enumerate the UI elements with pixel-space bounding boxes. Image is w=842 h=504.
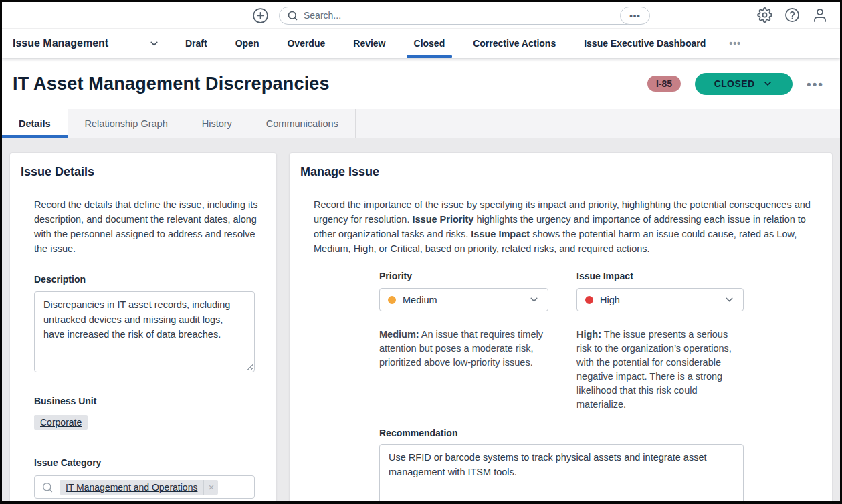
issue-impact-label: Issue Impact (576, 271, 744, 281)
record-tabs: Details Relationship Graph History Commu… (2, 109, 840, 138)
recommendation-textarea[interactable]: Use RFID or barcode systems to track phy… (379, 444, 744, 504)
recommendation-label: Recommendation (379, 428, 832, 438)
card-title: Manage Issue (300, 165, 832, 179)
remove-tag-icon[interactable]: × (203, 480, 218, 495)
app-navbar: Issue Management Draft Open Overdue Revi… (2, 29, 840, 58)
search-options-button[interactable]: ••• (620, 7, 650, 25)
search-input[interactable] (304, 10, 613, 21)
impact-help-text: High: The issue presents a serious risk … (576, 328, 744, 412)
priority-medium-dot-icon (388, 296, 396, 304)
description-label: Description (34, 274, 276, 285)
nav-tab-overdue[interactable]: Overdue (273, 29, 339, 58)
settings-gear-icon[interactable] (757, 7, 772, 23)
manage-issue-card: Manage Issue Record the importance of th… (289, 152, 833, 504)
issue-category-tag[interactable]: IT Management and Operations × (60, 480, 218, 495)
issue-impact-value: High (600, 295, 620, 305)
priority-label: Priority (379, 271, 548, 281)
nav-tab-draft[interactable]: Draft (171, 29, 221, 58)
nav-tabs: Draft Open Overdue Review Closed Correct… (171, 29, 750, 58)
tab-history[interactable]: History (185, 109, 249, 138)
nav-tab-corrective-actions[interactable]: Corrective Actions (459, 29, 570, 58)
user-profile-icon[interactable] (812, 7, 828, 23)
tab-details[interactable]: Details (2, 109, 68, 138)
create-new-icon[interactable] (252, 7, 269, 24)
priority-help-text: Medium: An issue that requires timely at… (379, 328, 548, 370)
nav-tab-review[interactable]: Review (339, 29, 399, 58)
issue-impact-dropdown[interactable]: High (576, 288, 744, 311)
top-utility-bar: ••• (2, 2, 840, 29)
record-actions-menu[interactable]: ••• (807, 78, 824, 90)
app-window: ••• (0, 0, 842, 504)
chevron-down-icon (762, 78, 773, 89)
active-tab-indicator (407, 55, 453, 58)
issue-category-select[interactable]: IT Management and Operations × (34, 475, 255, 499)
nav-tab-open[interactable]: Open (221, 29, 274, 58)
chevron-down-icon (724, 294, 735, 305)
business-unit-label: Business Unit (34, 396, 276, 406)
search-icon (41, 481, 54, 493)
global-search[interactable]: ••• (279, 7, 640, 25)
chevron-down-icon (148, 38, 160, 49)
help-icon[interactable] (784, 7, 800, 23)
priority-dropdown[interactable]: Medium (379, 288, 548, 311)
card-intro-text: Record the details that define the issue… (34, 197, 267, 256)
card-title: Issue Details (21, 165, 276, 179)
status-label: CLOSED (714, 78, 755, 89)
issue-details-card: Issue Details Record the details that de… (9, 152, 277, 504)
page-header: IT Asset Management Discrepancies I-85 C… (2, 58, 840, 109)
business-unit-tag[interactable]: Corporate (34, 415, 88, 430)
impact-high-dot-icon (585, 296, 593, 304)
status-dropdown-button[interactable]: CLOSED (695, 73, 793, 95)
page-title: IT Asset Management Discrepancies (13, 74, 330, 94)
issue-category-label: Issue Category (34, 457, 276, 468)
description-textarea[interactable]: Discrepancies in IT asset records, inclu… (34, 291, 255, 372)
content-area: Issue Details Record the details that de… (2, 138, 840, 504)
nav-tab-closed[interactable]: Closed (400, 29, 459, 58)
search-icon (287, 10, 298, 21)
record-id-badge: I-85 (647, 76, 681, 92)
priority-value: Medium (403, 295, 437, 305)
nav-more-button[interactable]: ••• (720, 29, 750, 58)
app-menu-label: Issue Management (13, 37, 108, 49)
nav-tab-issue-executive-dashboard[interactable]: Issue Executive Dashboard (570, 29, 720, 58)
card-intro-text: Record the importance of the issue by sp… (314, 197, 812, 256)
app-menu-dropdown[interactable]: Issue Management (2, 29, 171, 58)
chevron-down-icon (528, 294, 540, 305)
tab-strip-filler (356, 109, 840, 138)
tab-communications[interactable]: Communications (249, 109, 356, 138)
tab-relationship-graph[interactable]: Relationship Graph (68, 109, 185, 138)
